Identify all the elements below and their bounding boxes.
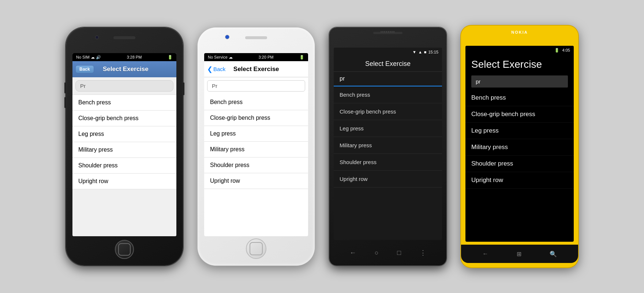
home-nav-button[interactable]: ○ (375, 249, 379, 257)
iphone-white-device: No Service ☁ 3:20 PM 🔋 ❮ Back Select Exe… (198, 27, 315, 266)
status-wifi-icon: ▼ (412, 50, 416, 54)
list-item[interactable]: Close-grip bench press (204, 110, 308, 126)
status-battery-icon: ■ (424, 50, 427, 54)
exercise-list: Bench press Close-grip bench press Leg p… (465, 90, 574, 189)
search-input[interactable] (334, 72, 442, 86)
volume-up-button[interactable] (64, 82, 66, 93)
search-input[interactable] (471, 75, 568, 88)
exercise-list: Bench press Close-grip bench press Leg p… (204, 94, 308, 189)
android-screen: ▼ ▲ ■ 15:15 Select Exercise Bench press … (334, 48, 442, 240)
list-item[interactable]: Upright row (334, 171, 442, 188)
list-item[interactable]: Close-grip bench press (465, 106, 574, 123)
exercise-list: Bench press Close-grip bench press Leg p… (72, 94, 176, 236)
list-item[interactable]: Military press (72, 142, 176, 158)
status-signal-icon: ▲ (418, 50, 422, 54)
list-item[interactable]: Upright row (465, 172, 574, 189)
android-device: ▼ ▲ ■ 15:15 Select Exercise Bench press … (329, 27, 446, 266)
list-item[interactable]: Leg press (465, 123, 574, 139)
status-bar: 🔋 4:05 (465, 46, 574, 55)
list-item[interactable]: Shoulder press (72, 158, 176, 174)
status-bar: ▼ ▲ ■ 15:15 (334, 48, 442, 56)
status-left: No Service ☁ (208, 55, 233, 60)
page-title: Select Exercise (465, 55, 574, 73)
volume-down-button[interactable] (64, 97, 66, 108)
status-battery: 🔋 (299, 55, 304, 60)
iphone-black-screen: No SIM ☁ 🔊 3:28 PM 🔋 Back Select Exercis… (72, 53, 176, 236)
list-item[interactable]: Shoulder press (465, 156, 574, 172)
home-button[interactable] (115, 240, 134, 259)
iphone-black-shell: No SIM ☁ 🔊 3:28 PM 🔋 Back Select Exercis… (66, 27, 183, 266)
list-item[interactable]: Bench press (204, 94, 308, 110)
iphone-white-shell: No Service ☁ 3:20 PM 🔋 ❮ Back Select Exe… (198, 27, 315, 266)
list-item[interactable]: Shoulder press (204, 157, 308, 173)
back-nav-button[interactable]: ← (349, 249, 356, 257)
status-bar: No SIM ☁ 🔊 3:28 PM 🔋 (72, 53, 176, 61)
list-item[interactable]: Leg press (72, 126, 176, 142)
back-button[interactable]: Back (75, 65, 94, 73)
camera-dot (225, 35, 229, 39)
speaker (381, 31, 395, 33)
list-item[interactable]: Leg press (204, 126, 308, 142)
back-button[interactable]: ❮ Back (207, 65, 225, 73)
page-title: Select Exercise (334, 56, 442, 72)
status-battery: 🔋 (168, 55, 173, 60)
search-nav-button[interactable]: 🔍 (550, 251, 557, 257)
navigation-bar: ❮ Back Select Exercise (204, 61, 308, 77)
iphone-black-device: No SIM ☁ 🔊 3:28 PM 🔋 Back Select Exercis… (66, 27, 183, 266)
nokia-brand-label: NOKIA (511, 30, 528, 34)
nokia-device: NOKIA 🔋 4:05 Select Exercise Bench press… (461, 26, 578, 267)
navigation-bar: Back Select Exercise (72, 61, 176, 77)
search-input[interactable]: Pr (75, 80, 173, 92)
back-nav-button[interactable]: ← (483, 251, 488, 257)
page-title: Select Exercise (225, 66, 287, 73)
status-time: 15:15 (428, 50, 438, 54)
status-time: 4:05 (562, 48, 570, 52)
list-item[interactable]: Close-grip bench press (334, 103, 442, 120)
status-bar: No Service ☁ 3:20 PM 🔋 (204, 53, 308, 61)
list-item[interactable]: Upright row (204, 173, 308, 189)
windows-home-button[interactable]: ⊞ (517, 251, 521, 257)
list-item[interactable]: Leg press (334, 120, 442, 137)
search-input[interactable]: Pr (207, 80, 305, 92)
list-item[interactable]: Bench press (334, 86, 442, 103)
power-button[interactable] (183, 82, 184, 95)
windows-navigation-bar: ← ⊞ 🔍 (461, 245, 578, 263)
status-left: No SIM ☁ 🔊 (76, 55, 101, 60)
page-title: Select Exercise (94, 66, 157, 73)
iphone-white-screen: No Service ☁ 3:20 PM 🔋 ❮ Back Select Exe… (204, 53, 308, 236)
status-battery-icon: 🔋 (554, 48, 559, 53)
list-item[interactable]: Bench press (72, 94, 176, 111)
list-item[interactable]: Close-grip bench press (72, 111, 176, 126)
back-label: Back (213, 66, 225, 72)
exercise-list: Bench press Close-grip bench press Leg p… (334, 86, 442, 188)
status-time: 3:28 PM (127, 55, 142, 59)
recents-nav-button[interactable]: □ (397, 249, 401, 257)
list-item[interactable]: Military press (465, 139, 574, 156)
nokia-shell: NOKIA 🔋 4:05 Select Exercise Bench press… (461, 26, 578, 267)
chevron-left-icon: ❮ (207, 65, 213, 73)
list-item[interactable]: Military press (204, 142, 308, 157)
list-item[interactable]: Bench press (465, 90, 574, 106)
home-button[interactable] (246, 238, 266, 259)
list-item[interactable]: Shoulder press (334, 154, 442, 171)
camera-dot (95, 36, 99, 39)
list-item[interactable]: Upright row (72, 174, 176, 189)
android-shell: ▼ ▲ ■ 15:15 Select Exercise Bench press … (329, 27, 446, 266)
list-item[interactable]: Military press (334, 137, 442, 154)
nokia-screen: 🔋 4:05 Select Exercise Bench press Close… (465, 46, 574, 242)
android-navigation-bar: ← ○ □ ⋮ (329, 244, 446, 262)
status-time: 3:20 PM (258, 55, 273, 59)
menu-nav-button[interactable]: ⋮ (420, 249, 426, 257)
